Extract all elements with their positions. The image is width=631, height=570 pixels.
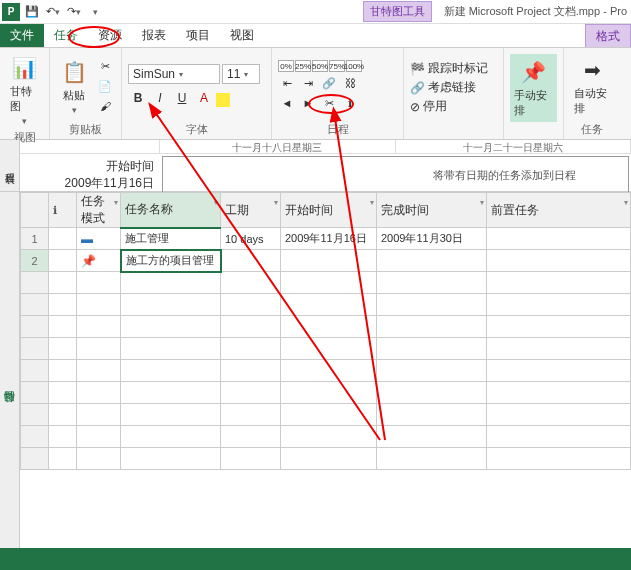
- timeline-date-mid: 十一月十八日星期三: [160, 140, 396, 153]
- pred-cell[interactable]: [487, 228, 631, 250]
- table-row[interactable]: [21, 448, 631, 470]
- font-color-button[interactable]: A: [194, 88, 214, 108]
- cut-icon[interactable]: ✂: [96, 57, 114, 75]
- table-row[interactable]: [21, 272, 631, 294]
- document-title: 新建 Microsoft Project 文档.mpp - Pro: [444, 4, 627, 19]
- name-cell-editing[interactable]: 施工方的项目管理: [121, 250, 221, 272]
- gantt-view-button[interactable]: 📊甘特图▾: [6, 52, 43, 128]
- col-name[interactable]: 任务名称▾: [121, 193, 221, 228]
- col-finish[interactable]: 完成时间▾: [377, 193, 487, 228]
- tab-file[interactable]: 文件: [0, 24, 44, 47]
- manual-mode-icon: 📌: [81, 254, 96, 268]
- auto-mode-icon: ▬: [81, 232, 93, 246]
- col-mode[interactable]: 任务模式▾: [77, 193, 121, 228]
- italic-button[interactable]: I: [150, 88, 170, 108]
- manual-schedule-button[interactable]: 📌手动安排: [510, 54, 557, 122]
- header-row: ℹ 任务模式▾ 任务名称▾ 工期▾ 开始时间▾ 完成时间▾ 前置任务▾: [21, 193, 631, 228]
- tab-report[interactable]: 报表: [132, 24, 176, 47]
- indent-icon[interactable]: ⇥: [299, 74, 317, 92]
- unlink-icon[interactable]: ⛓: [341, 74, 359, 92]
- group-label-schedule: 日程: [278, 120, 397, 137]
- link-icon[interactable]: 🔗: [320, 74, 338, 92]
- move-left-icon[interactable]: ◄: [278, 94, 296, 112]
- bold-button[interactable]: B: [128, 88, 148, 108]
- name-cell[interactable]: 施工管理: [121, 228, 221, 250]
- save-icon[interactable]: 💾: [23, 3, 41, 21]
- info-cell: [49, 228, 77, 250]
- title-bar: P 💾 ↶▾ ↷▾ ▾ 甘特图工具 新建 Microsoft Project 文…: [0, 0, 631, 24]
- flag-icon: 🏁: [410, 62, 425, 76]
- timeline-spacer: [20, 140, 160, 153]
- col-duration[interactable]: 工期▾: [221, 193, 281, 228]
- gantt-icon: 📊: [11, 54, 39, 82]
- font-size-select[interactable]: 11▾: [222, 64, 260, 84]
- timeline-side-label: 日程表: [0, 140, 20, 191]
- table-row[interactable]: [21, 360, 631, 382]
- col-info[interactable]: ℹ: [49, 193, 77, 228]
- percent-complete-buttons[interactable]: 0%25%50%75%100%: [278, 60, 362, 72]
- outdent-icon[interactable]: ⇤: [278, 74, 296, 92]
- tab-project[interactable]: 项目: [176, 24, 220, 47]
- respect-links-button[interactable]: 🔗考虑链接: [410, 79, 488, 96]
- table-row[interactable]: 1 ▬ 施工管理 10 days 2009年11月16日 2009年11月30日: [21, 228, 631, 250]
- gantt-side-label: 甘特图: [0, 192, 20, 570]
- tab-resource[interactable]: 资源: [88, 24, 132, 47]
- move-right-icon[interactable]: ►: [299, 94, 317, 112]
- table-row[interactable]: [21, 426, 631, 448]
- table-row[interactable]: [21, 338, 631, 360]
- mode-cell[interactable]: ▬: [77, 228, 121, 250]
- paste-button[interactable]: 📋粘贴▾: [56, 56, 92, 117]
- paste-icon: 📋: [60, 58, 88, 86]
- group-label-clipboard: 剪贴板: [56, 120, 115, 137]
- timeline-date-end: 十一月二十一日星期六: [396, 140, 632, 153]
- link-respect-icon: 🔗: [410, 81, 425, 95]
- font-name-select[interactable]: SimSun▾: [128, 64, 220, 84]
- ribbon-tabs: 文件 任务 资源 报表 项目 视图 格式: [0, 24, 631, 48]
- auto-icon: ➡: [578, 56, 606, 84]
- ribbon: 📊甘特图▾ 视图 📋粘贴▾ ✂ 📄 🖌 剪贴板 SimSun▾ 11▾ B I …: [0, 48, 631, 140]
- group-label-font: 字体: [128, 120, 265, 137]
- col-rownum[interactable]: [21, 193, 49, 228]
- tab-format[interactable]: 格式: [585, 24, 631, 47]
- table-row[interactable]: [21, 316, 631, 338]
- underline-button[interactable]: U: [172, 88, 192, 108]
- status-bar: [0, 548, 631, 570]
- auto-schedule-button[interactable]: ➡自动安排: [570, 54, 614, 118]
- timeline-start-block: 开始时间 2009年11月16日: [20, 154, 160, 196]
- information-icon[interactable]: ℹ: [341, 94, 359, 112]
- undo-icon[interactable]: ↶▾: [44, 3, 62, 21]
- fill-color-button[interactable]: [216, 93, 230, 107]
- table-row[interactable]: [21, 382, 631, 404]
- copy-icon[interactable]: 📄: [96, 77, 114, 95]
- pin-icon: 📌: [520, 58, 548, 86]
- col-start[interactable]: 开始时间▾: [281, 193, 377, 228]
- group-label-tasks: 任务: [570, 120, 614, 137]
- split-task-icon[interactable]: ✂: [320, 94, 338, 112]
- timeline-bar[interactable]: 将带有日期的任务添加到日程: [162, 156, 629, 194]
- app-icon[interactable]: P: [2, 3, 20, 21]
- contextual-tab-label: 甘特图工具: [363, 1, 432, 22]
- track-mark-button[interactable]: 🏁跟踪时标记: [410, 60, 488, 77]
- table-row[interactable]: 2 📌 施工方的项目管理: [21, 250, 631, 272]
- format-painter-icon[interactable]: 🖌: [96, 97, 114, 115]
- duration-cell[interactable]: 10 days: [221, 228, 281, 250]
- qat-customize-icon[interactable]: ▾: [86, 3, 104, 21]
- tab-task[interactable]: 任务: [44, 24, 88, 47]
- finish-cell[interactable]: 2009年11月30日: [377, 228, 487, 250]
- tab-view[interactable]: 视图: [220, 24, 264, 47]
- task-grid[interactable]: ℹ 任务模式▾ 任务名称▾ 工期▾ 开始时间▾ 完成时间▾ 前置任务▾ 1 ▬ …: [20, 192, 631, 570]
- table-row[interactable]: [21, 404, 631, 426]
- start-cell[interactable]: 2009年11月16日: [281, 228, 377, 250]
- stop-icon: ⊘: [410, 100, 420, 114]
- table-row[interactable]: [21, 294, 631, 316]
- timeline-pane: 日程表 十一月十八日星期三 十一月二十一日星期六 开始时间 2009年11月16…: [0, 140, 631, 192]
- deactivate-button[interactable]: ⊘停用: [410, 98, 488, 115]
- col-predecessors[interactable]: 前置任务▾: [487, 193, 631, 228]
- redo-icon[interactable]: ↷▾: [65, 3, 83, 21]
